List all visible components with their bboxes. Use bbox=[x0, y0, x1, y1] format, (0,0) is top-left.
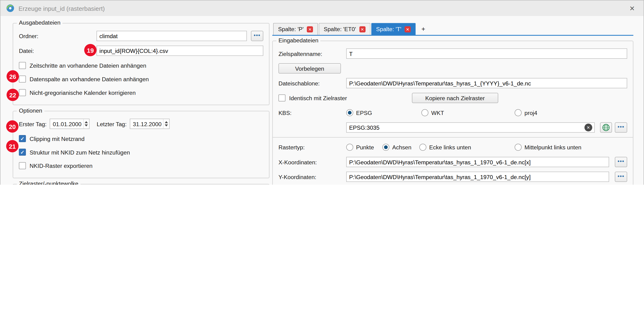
first-day-spinbox[interactable]: 01.01.2000 bbox=[50, 119, 90, 129]
radio-icon[interactable] bbox=[382, 144, 389, 151]
dialog-content: Ausgabedateien Ordner: Datei: Zeitschrit… bbox=[0, 16, 644, 185]
structure-nkid-checkbox[interactable] bbox=[19, 149, 26, 156]
radio-icon[interactable] bbox=[346, 144, 353, 151]
target-group-title: Zielraster/-punktewolke bbox=[17, 180, 80, 185]
clear-crs-icon[interactable] bbox=[584, 124, 592, 131]
input-files-group: Eingabedateien Zielspaltenname: Vorbeleg… bbox=[272, 41, 633, 185]
annotation-badge-19: 19 bbox=[84, 44, 96, 56]
radio-icon[interactable] bbox=[346, 109, 353, 116]
radio-icon[interactable] bbox=[419, 144, 426, 151]
copy-to-target-button[interactable]: Kopiere nach Zielraster bbox=[412, 93, 498, 103]
input-x-label: X-Koordinaten: bbox=[278, 159, 346, 165]
output-group-title: Ausgabedateien bbox=[17, 19, 62, 26]
output-files-group: Ausgabedateien Ordner: Datei: Zeitschrit… bbox=[13, 23, 270, 105]
dialog-erzeuge-input-id: Erzeuge input_id (rasterbasiert) Ausgabe… bbox=[0, 0, 644, 185]
input-group-title: Eingabedateien bbox=[276, 37, 320, 43]
tab-spalte-t[interactable]: Spalte: 'T' bbox=[371, 23, 416, 35]
input-crs-globe-button[interactable] bbox=[600, 122, 612, 133]
input-rastertype-label: Rastertyp: bbox=[278, 144, 346, 151]
input-axes-radio[interactable]: Achsen bbox=[382, 144, 419, 151]
radio-icon[interactable] bbox=[422, 109, 428, 116]
append-timesteps-row: Zeitschritte an vorhandene Dateien anhän… bbox=[19, 60, 263, 71]
input-kbs-row: KBS: EPSG WKT proj4 bbox=[278, 108, 627, 118]
left-column: Ausgabedateien Ordner: Datei: Zeitschrit… bbox=[13, 23, 270, 185]
tab-label: Spalte: 'ET0' bbox=[324, 26, 356, 32]
spinner-arrows-icon[interactable] bbox=[163, 119, 170, 128]
input-rastertype-row: Rastertyp: Punkte Achsen Ecke links unte… bbox=[278, 142, 627, 152]
input-corner-radio[interactable]: Ecke links unten bbox=[419, 144, 515, 151]
template-label: Dateischablone: bbox=[278, 80, 346, 86]
fix-calendar-label: Nicht-gregorianische Kalender korrigiere… bbox=[30, 89, 136, 96]
input-y-input[interactable] bbox=[346, 172, 609, 182]
file-row: Datei: bbox=[19, 46, 263, 56]
separator bbox=[273, 137, 633, 138]
colname-row: Zielspaltenname: bbox=[278, 48, 627, 59]
window-title: Erzeuge input_id (rasterbasiert) bbox=[18, 5, 622, 12]
options-group-title: Optionen bbox=[17, 107, 44, 114]
clipping-row: Clipping mit Netzrand bbox=[19, 133, 263, 144]
add-tab-label: + bbox=[422, 25, 425, 33]
target-raster-group: Zielraster/-punktewolke Vorbelegen KBS: … bbox=[13, 184, 270, 185]
first-day-label: Erster Tag: bbox=[19, 121, 46, 127]
annotation-badge-22: 22 bbox=[6, 89, 19, 101]
input-crs-browse-button[interactable] bbox=[615, 122, 627, 133]
file-input[interactable] bbox=[96, 46, 263, 56]
structure-row: Struktur mit NKID zum Netz hinzufügen bbox=[19, 147, 263, 157]
clipping-label: Clipping mit Netzrand bbox=[30, 135, 84, 142]
last-day-spinbox[interactable]: 31.12.2000 bbox=[130, 119, 170, 129]
input-crs-input[interactable] bbox=[346, 122, 595, 133]
input-x-browse-button[interactable] bbox=[615, 157, 627, 167]
input-y-row: Y-Koordinaten: bbox=[278, 172, 627, 182]
input-x-input[interactable] bbox=[346, 157, 609, 167]
radio-icon[interactable] bbox=[515, 109, 522, 116]
tab-spalte-p[interactable]: Spalte: 'P' bbox=[273, 23, 318, 35]
template-input[interactable] bbox=[346, 78, 627, 88]
fix-calendar-row: Nicht-gregorianische Kalender korrigiere… bbox=[19, 87, 263, 98]
date-range-row: Erster Tag: 01.01.2000 Letzter Tag: 31.1… bbox=[19, 119, 263, 129]
tab-label: Spalte: 'T' bbox=[376, 26, 401, 32]
structure-nkid-label: Struktur mit NKID zum Netz hinzufügen bbox=[30, 149, 130, 155]
first-day-value: 01.01.2000 bbox=[53, 121, 82, 127]
folder-browse-button[interactable] bbox=[251, 31, 263, 41]
annotation-badge-21: 21 bbox=[6, 140, 18, 152]
input-epsg-radio[interactable]: EPSG bbox=[346, 109, 422, 116]
input-preset-button[interactable]: Vorbelegen bbox=[278, 63, 341, 73]
input-x-row: X-Koordinaten: bbox=[278, 157, 627, 167]
input-center-radio[interactable]: Mittelpunkt links unten bbox=[515, 144, 582, 151]
tab-spalte-et0[interactable]: Spalte: 'ET0' bbox=[319, 23, 370, 35]
input-proj4-radio[interactable]: proj4 bbox=[515, 109, 538, 116]
input-y-browse-button[interactable] bbox=[615, 172, 627, 182]
window-close-icon[interactable] bbox=[626, 4, 638, 12]
input-points-radio[interactable]: Punkte bbox=[346, 144, 382, 151]
spinner-arrows-icon[interactable] bbox=[83, 119, 89, 128]
close-tab-icon[interactable] bbox=[359, 26, 365, 32]
append-datacolumn-label: Datenspalte an vorhandene Dateien anhäng… bbox=[30, 76, 149, 82]
colname-input[interactable] bbox=[346, 48, 627, 59]
append-timesteps-label: Zeitschritte an vorhandene Dateien anhän… bbox=[30, 62, 146, 69]
right-column: Spalte: 'P' Spalte: 'ET0' Spalte: 'T' + bbox=[272, 23, 633, 185]
export-nkid-checkbox[interactable] bbox=[19, 162, 26, 169]
append-datacolumn-row: Datenspalte an vorhandene Dateien anhäng… bbox=[19, 74, 263, 84]
append-datacolumn-checkbox[interactable] bbox=[19, 76, 26, 83]
identical-row: Identisch mit Zielraster Kopiere nach Zi… bbox=[278, 93, 627, 103]
input-crs-row bbox=[346, 122, 627, 133]
annotation-badge-20: 20 bbox=[6, 120, 18, 133]
last-day-value: 31.12.2000 bbox=[133, 121, 162, 127]
titlebar: Erzeuge input_id (rasterbasiert) bbox=[0, 0, 644, 16]
radio-icon[interactable] bbox=[515, 144, 522, 151]
input-y-label: Y-Koordinaten: bbox=[278, 173, 346, 180]
clipping-checkbox[interactable] bbox=[19, 135, 26, 142]
fix-calendar-checkbox[interactable] bbox=[19, 89, 26, 96]
input-wkt-radio[interactable]: WKT bbox=[422, 109, 515, 116]
identical-checkbox[interactable] bbox=[278, 94, 286, 101]
input-preset-row: Vorbelegen bbox=[278, 63, 627, 73]
tab-label: Spalte: 'P' bbox=[278, 26, 304, 32]
annotation-badge-26: 26 bbox=[6, 70, 19, 83]
append-timesteps-checkbox[interactable] bbox=[19, 62, 26, 69]
last-day-label: Letzter Tag: bbox=[97, 121, 127, 127]
close-tab-icon[interactable] bbox=[404, 26, 411, 32]
close-tab-icon[interactable] bbox=[307, 26, 313, 32]
tab-add-column[interactable]: + bbox=[416, 23, 430, 35]
folder-input[interactable] bbox=[96, 31, 247, 41]
export-nkid-label: NKID-Raster exportieren bbox=[30, 162, 92, 169]
